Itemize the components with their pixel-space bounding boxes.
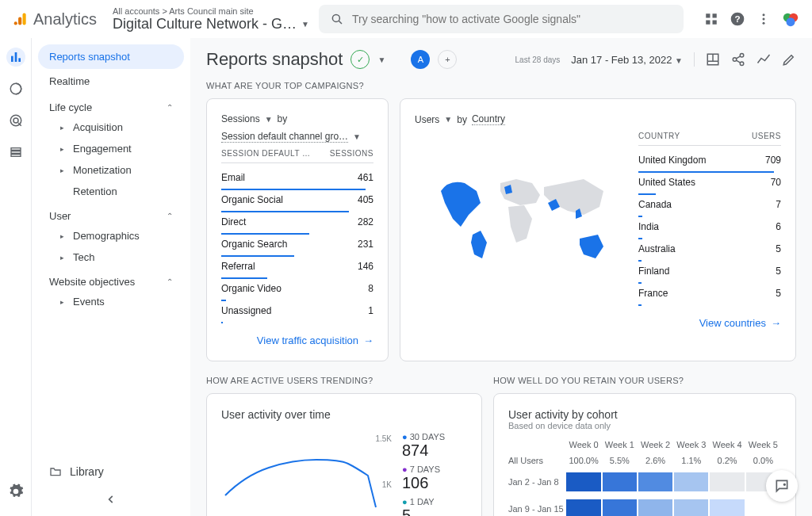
section-campaigns-title: WHAT ARE YOUR TOP CAMPAIGNS? xyxy=(206,81,796,90)
table-row[interactable]: Finland5 xyxy=(638,262,781,284)
table-row[interactable]: Referral146 xyxy=(221,257,373,279)
chevron-up-icon: ⌃ xyxy=(167,103,173,112)
search-input[interactable] xyxy=(352,13,672,25)
svg-rect-1 xyxy=(18,17,21,25)
rail-reports-icon[interactable] xyxy=(6,48,25,67)
account-picker[interactable]: All accounts > Arts Council main site Di… xyxy=(113,6,309,32)
sidebar-group-life-cycle[interactable]: Life cycle⌃ xyxy=(38,94,184,117)
table-row[interactable]: India6 xyxy=(638,217,781,239)
world-map[interactable] xyxy=(415,132,626,306)
svg-text:?: ? xyxy=(734,13,740,24)
svg-rect-7 xyxy=(706,21,710,25)
table-row[interactable]: Australia5 xyxy=(638,239,781,262)
main: Reports snapshot Realtime Life cycle⌃▸Ac… xyxy=(0,38,812,516)
sidebar-item-demographics[interactable]: ▸Demographics xyxy=(38,225,184,247)
folder-icon xyxy=(49,465,62,478)
table-row[interactable]: Organic Social405 xyxy=(221,190,373,212)
line-chart[interactable]: 1.5K 1K xyxy=(221,432,396,516)
breadcrumb: All accounts > Arts Council main site xyxy=(113,6,309,16)
metric-picker[interactable]: Sessions xyxy=(221,113,260,124)
table-row[interactable]: Canada7 xyxy=(638,195,781,217)
table-row[interactable]: France5 xyxy=(638,284,781,306)
view-traffic-link[interactable]: View traffic acquisition→ xyxy=(221,334,373,346)
date-range-picker[interactable]: Jan 17 - Feb 13, 2022 ▼ xyxy=(571,54,683,66)
table-row[interactable]: Organic Search231 xyxy=(221,235,373,257)
settings-button[interactable] xyxy=(8,484,24,502)
table-row[interactable]: Organic Video8 xyxy=(221,279,373,301)
chevron-up-icon: ⌃ xyxy=(167,212,173,220)
caret-right-icon: ▸ xyxy=(60,166,67,174)
add-comparison-button[interactable]: + xyxy=(438,50,457,69)
metric-30 DAYS: ● 30 DAYS874 xyxy=(402,432,467,460)
svg-rect-19 xyxy=(18,58,21,62)
rail-advertising-icon[interactable] xyxy=(6,111,25,130)
caret-right-icon: ▸ xyxy=(60,254,67,262)
table-row[interactable]: United States70 xyxy=(638,173,781,195)
sidebar-item-realtime[interactable]: Realtime xyxy=(38,69,184,94)
campaigns-card: Sessions▼ by Session default channel gro… xyxy=(206,98,389,361)
chevron-down-icon: ▼ xyxy=(301,20,309,29)
sidebar-item-reports-snapshot[interactable]: Reports snapshot xyxy=(38,44,184,69)
svg-point-11 xyxy=(763,13,765,16)
svg-point-12 xyxy=(763,18,765,21)
help-icon[interactable]: ? xyxy=(730,11,745,27)
share-icon[interactable] xyxy=(731,52,745,67)
metric-7 DAYS: ● 7 DAYS106 xyxy=(402,464,467,492)
status-check-icon[interactable]: ✓ xyxy=(350,50,370,69)
logo-text: Analytics xyxy=(33,10,97,29)
sidebar-library[interactable]: Library xyxy=(38,454,184,489)
table-row[interactable]: Email461 xyxy=(221,168,373,190)
svg-rect-24 xyxy=(11,151,21,154)
table-row[interactable]: Unassigned1 xyxy=(221,301,373,323)
audience-pill[interactable]: A xyxy=(411,50,430,69)
edit-icon[interactable] xyxy=(782,52,796,67)
sidebar-group-website-objectives[interactable]: Website objectives⌃ xyxy=(38,268,184,291)
rail-explore-icon[interactable] xyxy=(6,79,25,98)
svg-rect-17 xyxy=(11,56,13,62)
svg-rect-23 xyxy=(11,148,21,151)
customize-icon[interactable] xyxy=(706,52,720,67)
date-label: Last 28 days xyxy=(515,55,561,64)
svg-point-3 xyxy=(332,14,339,21)
dimension-picker[interactable]: Country xyxy=(472,113,505,125)
sidebar-group-user[interactable]: User⌃ xyxy=(38,202,184,225)
table-row[interactable]: United Kingdom709 xyxy=(638,151,781,173)
map-icon xyxy=(425,159,615,278)
caret-right-icon: ▸ xyxy=(60,145,67,153)
avatar-icon[interactable] xyxy=(782,10,799,28)
logo[interactable]: Analytics xyxy=(13,10,97,29)
analytics-logo-icon xyxy=(13,11,29,27)
rail-configure-icon[interactable] xyxy=(6,143,25,162)
caret-right-icon: ▸ xyxy=(60,298,67,306)
sidebar: Reports snapshot Realtime Life cycle⌃▸Ac… xyxy=(32,38,190,516)
sidebar-item-retention[interactable]: Retention xyxy=(38,181,184,202)
section-retention-title: HOW WELL DO YOU RETAIN YOUR USERS? xyxy=(493,376,796,385)
sidebar-item-tech[interactable]: ▸Tech xyxy=(38,247,184,268)
table-row[interactable]: Direct282 xyxy=(221,212,373,235)
dimension-picker[interactable]: Session default channel gro… xyxy=(221,131,348,143)
metric-picker[interactable]: Users xyxy=(415,114,439,125)
insights-icon[interactable] xyxy=(756,52,771,67)
nav-rail xyxy=(0,38,32,516)
sidebar-collapse[interactable] xyxy=(38,489,184,510)
search-box[interactable] xyxy=(319,5,684,33)
chevron-down-icon[interactable]: ▼ xyxy=(377,55,385,64)
content: Reports snapshot ✓ ▼ A + Last 28 days Ja… xyxy=(190,38,812,516)
more-vert-icon[interactable] xyxy=(756,12,771,26)
sidebar-item-engagement[interactable]: ▸Engagement xyxy=(38,138,184,159)
svg-point-2 xyxy=(14,21,17,25)
sidebar-item-monetization[interactable]: ▸Monetization xyxy=(38,159,184,181)
chevron-left-icon xyxy=(105,494,117,505)
view-countries-link[interactable]: View countries→ xyxy=(415,317,781,329)
feedback-button[interactable] xyxy=(766,470,798,502)
svg-line-4 xyxy=(339,21,342,24)
section-trending-title: HOW ARE ACTIVE USERS TRENDING? xyxy=(206,376,482,385)
svg-rect-18 xyxy=(14,52,17,62)
svg-text:1.5K: 1.5K xyxy=(375,434,392,443)
chevron-up-icon: ⌃ xyxy=(167,277,173,286)
apps-icon[interactable] xyxy=(704,12,718,26)
sidebar-item-acquisition[interactable]: ▸Acquisition xyxy=(38,117,184,138)
sidebar-item-events[interactable]: ▸Events xyxy=(38,291,184,312)
svg-point-16 xyxy=(787,17,795,26)
trending-card: User activity over time 1.5K 1K ● 30 DAY… xyxy=(206,393,482,516)
